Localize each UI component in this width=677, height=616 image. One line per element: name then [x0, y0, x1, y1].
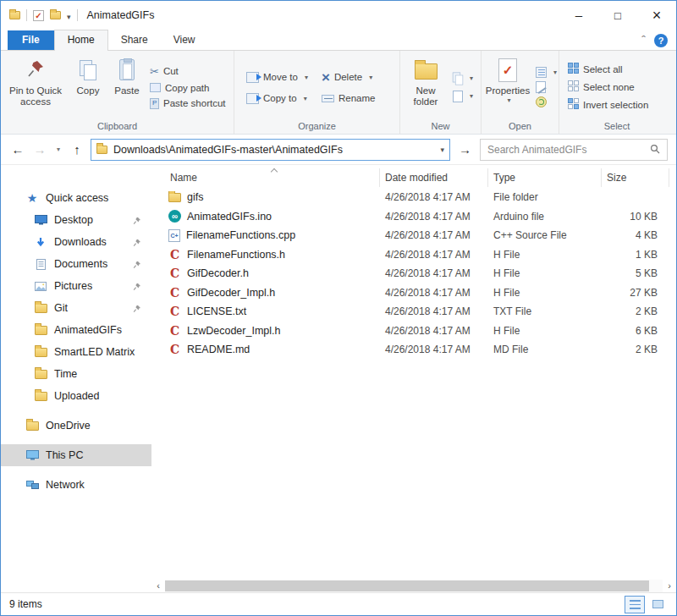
explorer-app-icon [9, 11, 20, 19]
file-row[interactable]: FilenameFunctions.h 4/26/2018 4:17 AM H … [151, 245, 676, 265]
close-icon [652, 7, 662, 25]
file-row[interactable]: LICENSE.txt 4/26/2018 4:17 AM TXT File 2… [151, 302, 676, 322]
scrollbar-thumb[interactable] [165, 580, 649, 591]
tab-share[interactable]: Share [108, 30, 161, 50]
scrollbar-track[interactable] [165, 580, 663, 592]
up-button[interactable]: ↑ [69, 142, 85, 157]
clipboard-group-label: Clipboard [1, 120, 234, 134]
minimize-button[interactable] [559, 1, 598, 30]
folder-icon [33, 370, 48, 379]
collapse-ribbon-icon[interactable] [641, 33, 646, 48]
copy-to-button[interactable]: Copy to [246, 93, 308, 104]
sidebar-item-label: Network [46, 479, 85, 491]
sidebar-item-documents[interactable]: Documents [1, 253, 151, 275]
help-icon[interactable] [654, 34, 668, 47]
file-row[interactable]: GifDecoder_Impl.h 4/26/2018 4:17 AM H Fi… [151, 283, 676, 303]
history-button[interactable] [536, 96, 557, 107]
sidebar-item-onedrive[interactable]: OneDrive [1, 415, 151, 437]
address-path[interactable]: Downloads\AnimatedGIFs-master\AnimatedGI… [113, 144, 343, 156]
close-button[interactable] [637, 1, 676, 30]
paste-button[interactable]: Paste [107, 53, 146, 120]
move-to-button[interactable]: Move to [246, 70, 308, 85]
file-size: 2 KB [602, 305, 669, 317]
qat-new-folder-icon[interactable] [50, 11, 61, 19]
sidebar-item-time[interactable]: Time [1, 363, 151, 385]
sidebar-item-pictures[interactable]: Pictures [1, 275, 151, 297]
go-button[interactable]: → [455, 142, 475, 157]
column-header-type[interactable]: Type [488, 168, 602, 187]
file-row[interactable]: AnimatedGIFs.ino 4/26/2018 4:17 AM Ardui… [151, 207, 676, 227]
cut-button[interactable]: Cut [150, 65, 226, 78]
file-size: 27 KB [602, 287, 669, 299]
select-none-button[interactable]: Select none [568, 80, 648, 93]
new-group-label: New [400, 120, 481, 134]
file-row[interactable]: GifDecoder.h 4/26/2018 4:17 AM H File 5 … [151, 264, 676, 283]
qat-properties-icon[interactable] [33, 10, 44, 21]
scroll-right-icon[interactable]: › [663, 580, 676, 592]
address-bar[interactable]: Downloads\AnimatedGIFs-master\AnimatedGI… [91, 139, 450, 161]
tab-home[interactable]: Home [54, 30, 108, 51]
back-button[interactable]: ← [9, 142, 26, 157]
ribbon-group-organize: Move to Delete Copy to Rename [234, 51, 400, 134]
copy-button[interactable]: Copy [69, 53, 107, 120]
search-box[interactable] [480, 139, 668, 161]
file-row[interactable]: README.md 4/26/2018 4:17 AM MD File 2 KB [151, 340, 676, 360]
details-view-button[interactable] [625, 596, 645, 613]
invert-selection-button[interactable]: Invert selection [568, 98, 648, 111]
column-header-date-modified[interactable]: Date modified [380, 168, 488, 187]
pin-to-quick-access-button[interactable]: Pin to Quick access [3, 53, 69, 120]
scroll-left-icon[interactable]: ‹ [151, 580, 165, 592]
maximize-button[interactable] [598, 1, 637, 30]
horizontal-scrollbar[interactable]: ‹ › [151, 580, 676, 592]
sidebar-item-quick-access[interactable]: Quick access [1, 187, 151, 209]
tab-file[interactable]: File [8, 30, 54, 50]
new-folder-button[interactable]: New folder [402, 53, 449, 120]
select-all-button[interactable]: Select all [568, 63, 648, 75]
sidebar-item-git[interactable]: Git [1, 297, 151, 319]
address-dropdown-icon[interactable]: ▾ [440, 146, 444, 154]
search-input[interactable] [487, 144, 645, 156]
window-title: AnimatedGIFs [87, 9, 155, 21]
thumbnail-view-button[interactable] [647, 596, 668, 613]
properties-button[interactable]: Properties [483, 53, 532, 120]
file-row[interactable]: gifs 4/26/2018 4:17 AM File folder [151, 188, 676, 207]
edit-button[interactable] [536, 81, 557, 93]
delete-button[interactable]: Delete [322, 70, 375, 85]
forward-button[interactable]: → [31, 142, 48, 157]
select-group-label: Select [559, 120, 674, 134]
file-row[interactable]: LzwDecoder_Impl.h 4/26/2018 4:17 AM H Fi… [151, 322, 676, 341]
file-date: 4/26/2018 4:17 AM [380, 267, 488, 279]
sidebar-item-this-pc[interactable]: This PC [1, 444, 151, 466]
easy-access-button[interactable] [453, 72, 473, 85]
clipboard-small-buttons: Cut Copy path Paste shortcut [146, 53, 229, 120]
sidebar-item-smartled-matrix[interactable]: SmartLED Matrix [1, 341, 151, 363]
file-name: gifs [187, 191, 203, 203]
sidebar-item-label: Quick access [46, 192, 108, 204]
paste-shortcut-label: Paste shortcut [163, 98, 226, 108]
file-row[interactable]: FilenameFunctions.cpp 4/26/2018 4:17 AM … [151, 226, 676, 245]
open-button[interactable] [536, 67, 557, 78]
qat-customize-chevron-icon[interactable] [67, 8, 71, 23]
file-type: MD File [488, 344, 602, 355]
pin-to-quick-access-label: Pin to Quick access [6, 85, 65, 107]
new-item-button[interactable] [453, 91, 473, 102]
file-size: 10 KB [602, 211, 669, 223]
file-name: README.md [187, 344, 250, 355]
divider [77, 9, 78, 21]
tab-view[interactable]: View [161, 30, 208, 50]
rename-button[interactable]: Rename [322, 93, 375, 104]
sidebar-item-downloads[interactable]: Downloads [1, 231, 151, 253]
paste-shortcut-button[interactable]: Paste shortcut [150, 98, 226, 109]
copy-path-button[interactable]: Copy path [150, 83, 226, 93]
select-buttons: Select all Select none Invert selection [559, 51, 674, 120]
open-buttons: Properties [482, 51, 559, 120]
sidebar-item-desktop[interactable]: Desktop [1, 209, 151, 231]
file-type: H File [488, 325, 602, 337]
sidebar-item-uploaded[interactable]: Uploaded [1, 385, 151, 407]
sidebar-item-animatedgifs[interactable]: AnimatedGIFs [1, 319, 151, 341]
sidebar-item-network[interactable]: Network [1, 474, 151, 496]
recent-locations-chevron-icon[interactable]: ▾ [53, 146, 63, 153]
column-header-size[interactable]: Size [602, 168, 669, 187]
navigation-pane: Quick access Desktop Downloads Documents… [1, 165, 151, 592]
history-icon [536, 96, 547, 107]
